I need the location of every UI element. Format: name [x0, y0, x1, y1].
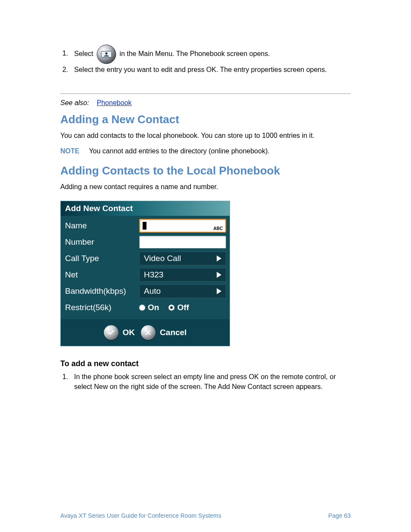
number-label: Number	[64, 237, 136, 247]
subsection-title: Adding Contacts to the Local Phonebook	[60, 164, 351, 177]
net-select[interactable]: H323	[139, 268, 226, 282]
step-2-number: 2.	[60, 65, 68, 75]
number-input[interactable]	[139, 236, 226, 249]
restrict-off-label: Off	[177, 303, 189, 312]
chevron-right-icon	[217, 272, 221, 278]
bandwidth-label: Bandwidth(kbps)	[64, 286, 136, 296]
phonebook-icon	[96, 44, 117, 65]
note: NOTE You cannot add entries to the direc…	[60, 146, 351, 156]
name-label: Name	[64, 221, 136, 230]
section-title: Adding a New Contact	[60, 113, 351, 126]
divider	[60, 93, 351, 94]
proc2-step-1: 1. In the phone book screen select an em…	[60, 372, 351, 392]
procedure-heading: To add a new contact	[60, 359, 351, 368]
ok-label: OK	[123, 328, 135, 337]
add-new-contact-dialog: Add New Contact Name ABC Number Call Typ…	[60, 201, 230, 346]
step-2: 2. Select the entry you want to edit and…	[60, 65, 351, 75]
svg-point-2	[105, 52, 107, 54]
close-icon	[141, 325, 156, 340]
restrict-off-radio[interactable]: Off	[168, 303, 189, 312]
footer-page-number: Page 63	[328, 512, 351, 519]
proc2-step-1-number: 1.	[60, 372, 68, 382]
restrict-label: Restrict(56k)	[64, 303, 136, 312]
calltype-value: Video Call	[144, 254, 181, 263]
see-also-link[interactable]: Phonebook	[97, 99, 132, 106]
procedure-steps-2: 1. In the phone book screen select an em…	[60, 372, 351, 392]
name-input[interactable]: ABC	[139, 219, 226, 233]
see-also: See also: Phonebook	[60, 99, 351, 107]
chevron-right-icon	[217, 255, 221, 261]
note-text: You cannot add entries to the directory …	[89, 147, 269, 155]
step-1: 1. Select	[60, 48, 351, 60]
cancel-label: Cancel	[160, 328, 187, 337]
radio-icon	[168, 305, 174, 311]
see-also-label: See also:	[60, 99, 89, 106]
page-footer: Avaya XT Series User Guide for Conferenc…	[60, 512, 351, 519]
calltype-label: Call Type	[64, 254, 136, 263]
note-label: NOTE	[60, 147, 79, 155]
net-label: Net	[64, 270, 136, 280]
net-value: H323	[144, 270, 163, 280]
bandwidth-value: Auto	[144, 286, 161, 296]
proc2-step-1-text: In the phone book screen select an empty…	[74, 372, 351, 392]
restrict-on-label: On	[148, 303, 159, 312]
bandwidth-select[interactable]: Auto	[139, 284, 226, 298]
chevron-right-icon	[217, 288, 221, 294]
radio-icon	[139, 305, 145, 311]
text-cursor-icon	[143, 222, 146, 230]
restrict-on-radio[interactable]: On	[139, 303, 159, 312]
section-paragraph-1: You can add contacts to the local phoneb…	[60, 131, 351, 141]
check-icon	[104, 325, 118, 340]
procedure-steps: 1. Select	[60, 48, 351, 75]
step-2-text: Select the entry you want to edit and pr…	[74, 65, 327, 75]
calltype-select[interactable]: Video Call	[139, 252, 226, 265]
footer-doc-title: Avaya XT Series User Guide for Conferenc…	[60, 512, 221, 519]
input-mode-indicator: ABC	[213, 226, 223, 231]
step-1-text: Select	[74, 48, 270, 60]
ok-button[interactable]: OK	[104, 325, 135, 340]
dialog-title: Add New Contact	[61, 201, 230, 216]
step-1-number: 1.	[60, 48, 68, 58]
section-paragraph-2: Adding a new contact requires a name and…	[60, 182, 351, 192]
cancel-button[interactable]: Cancel	[141, 325, 187, 340]
